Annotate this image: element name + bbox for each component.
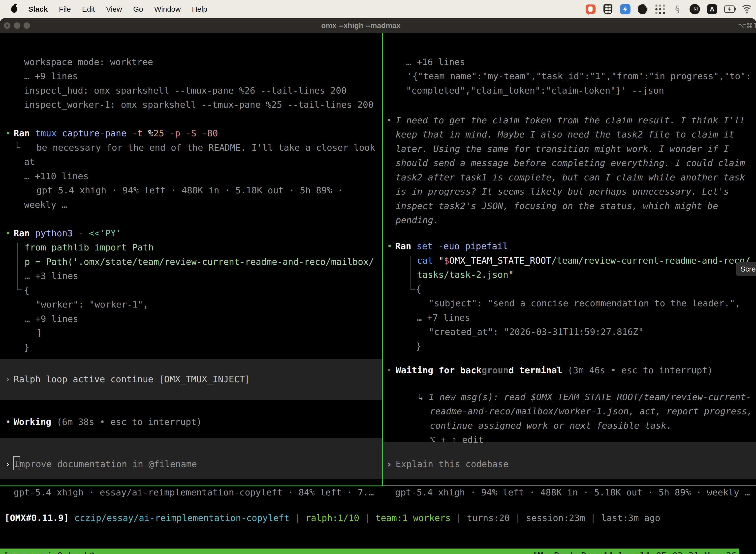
- omx-hud-status-line: [OMX#0.11.9] cczip/essay/ai-reimplementa…: [4, 513, 660, 523]
- pane-divider-vertical[interactable]: [382, 33, 383, 486]
- terminal-line: gpt-5.4 xhigh · essay/ai-reimplementatio…: [14, 486, 374, 499]
- terminal-line: •: [5, 227, 11, 240]
- menu-item-edit[interactable]: Edit: [82, 5, 95, 13]
- terminal-line: weekly …: [24, 198, 67, 211]
- terminal-line: inspect_hud: omx sparkshell --tmux-pane …: [24, 84, 346, 97]
- terminal-line: •: [5, 416, 11, 428]
- screen-share-tooltip: Scre: [736, 262, 756, 276]
- terminal-line: continue assigned work or next feasible …: [430, 419, 672, 432]
- tmux-host-datetime: "MacBook-Pro-44.local" 05:03 31-Mar-26: [532, 549, 737, 554]
- menu-bar-status-icons: § ..61 A: [585, 4, 756, 14]
- terminal-line: '{"team_name":"my-team","task_id":"1","f…: [407, 70, 751, 82]
- terminal-line: cat "$OMX_TEAM_STATE_ROOT/team/review-cu…: [417, 254, 750, 267]
- night-shift-icon[interactable]: [637, 4, 648, 14]
- terminal-line: ›: [5, 458, 10, 470]
- terminal-window: omx --xhigh --madmax ⌥⌘1 workspace_mode:…: [0, 18, 756, 554]
- terminal-line: "created_at": "2026-03-31T11:59:27.816Z": [429, 325, 644, 338]
- timer-badge-icon[interactable]: ..61: [690, 4, 700, 14]
- minimize-button[interactable]: [14, 22, 20, 29]
- terminal-line: … +3 lines: [24, 270, 78, 282]
- menu-item-view[interactable]: View: [106, 5, 122, 13]
- terminal-line: should send a message before completing …: [396, 157, 745, 170]
- pane-border-bottom-left: [0, 486, 382, 486]
- timer-badge-label: ..61: [690, 4, 700, 14]
- clip-tool-icon[interactable]: §: [672, 4, 683, 14]
- terminal-line: tasks/task-2.json": [417, 268, 514, 281]
- close-button[interactable]: [4, 22, 10, 29]
- menu-item-file[interactable]: File: [59, 5, 71, 13]
- terminal-line: }: [416, 340, 422, 353]
- window-shortcut-hint: ⌥⌘1: [738, 22, 756, 30]
- terminal-line: … +9 lines: [24, 70, 78, 82]
- terminal-line: ›: [5, 373, 10, 386]
- menu-item-help[interactable]: Help: [192, 5, 207, 13]
- output-connector: [411, 256, 415, 290]
- terminal-line: └: [14, 141, 20, 154]
- terminal-line: be necessary for the end of the README. …: [37, 141, 375, 154]
- terminal-line: workspace_mode: worktree: [24, 56, 153, 68]
- menu-bar-left: Slack File Edit View Go Window Help: [0, 5, 207, 13]
- terminal-line: ⌥ + ↑ edit: [430, 433, 484, 446]
- terminal-line: gpt-5.4 xhigh · 94% left · 488K in · 5.1…: [395, 486, 750, 499]
- terminal-line: inspect task2's JSON, focusing on the st…: [396, 200, 718, 213]
- terminal-line: Ran tmux capture-pane -t %25 -p -S -80: [14, 127, 218, 140]
- terminal-line: at: [24, 155, 35, 168]
- terminal-line: }: [24, 341, 29, 354]
- menu-bar: Slack File Edit View Go Window Help § ..…: [0, 0, 756, 18]
- terminal-line: is in progress? It seems likely but perh…: [396, 185, 729, 198]
- terminal-line: from pathlib import Path: [24, 241, 153, 254]
- input-source-label: A: [707, 4, 717, 14]
- menu-item-window[interactable]: Window: [154, 5, 181, 13]
- terminal-pane-left[interactable]: workspace_mode: worktree… +9 linesinspec…: [0, 33, 382, 554]
- terminal-line: Ralph loop active continue [OMX_TMUX_INJ…: [14, 373, 250, 386]
- terminal-line: … +9 lines: [24, 313, 78, 325]
- terminal-line: ]: [37, 327, 42, 340]
- terminal-line: Ran set -euo pipefail: [395, 240, 508, 253]
- wifi-icon[interactable]: [742, 4, 752, 14]
- terminal-line: •: [386, 114, 392, 127]
- screen-recording-icon[interactable]: [585, 4, 596, 14]
- terminal-line: Improve documentation in @filename: [14, 458, 197, 470]
- terminal-line: •: [386, 364, 392, 377]
- menu-item-app[interactable]: Slack: [28, 5, 48, 13]
- terminal-line: Ran python3 - <<'PY': [14, 227, 121, 240]
- pane-border-bottom-right: [383, 486, 756, 486]
- terminal-line: •: [387, 240, 392, 253]
- terminal-line: pending.: [396, 214, 439, 227]
- input-source-icon[interactable]: A: [707, 4, 717, 14]
- terminal-line: "worker": "worker-1",: [36, 298, 148, 311]
- terminal-line: … +16 lines: [406, 56, 465, 68]
- menu-item-go[interactable]: Go: [133, 5, 143, 13]
- battery-icon[interactable]: [724, 4, 735, 14]
- terminal-line: "completed","claim_token":"claim-token"}…: [406, 84, 664, 97]
- terminal-content[interactable]: workspace_mode: worktree… +9 linesinspec…: [0, 33, 756, 554]
- terminal-line: Waiting for background terminal (3m 46s …: [396, 364, 713, 377]
- terminal-line: I need to get the claim token from the c…: [396, 114, 745, 127]
- apple-menu-icon[interactable]: [11, 6, 17, 13]
- zoom-button[interactable]: [23, 22, 30, 29]
- terminal-line: inspect_worker-1: omx sparkshell --tmux-…: [24, 98, 374, 111]
- terminal-line: gpt-5.4 xhigh · 94% left · 488K in · 5.1…: [37, 184, 343, 197]
- app-grid-icon[interactable]: [655, 4, 665, 14]
- terminal-line: … +7 lines: [417, 311, 470, 324]
- terminal-line: keep that in mind. Maybe I also need the…: [396, 128, 734, 141]
- sync-app-icon[interactable]: [620, 4, 630, 14]
- tmux-session-label: [omx-cczip0:bash*: [3, 549, 95, 554]
- terminal-line: {: [416, 283, 422, 296]
- terminal-line: p = Path('.omx/state/team/review-current…: [24, 256, 374, 268]
- terminal-line: later. Using the same for transition mig…: [396, 143, 729, 155]
- privacy-shield-icon[interactable]: [603, 4, 613, 14]
- terminal-line: Explain this codebase: [396, 458, 508, 470]
- output-connector: [17, 243, 21, 290]
- terminal-line: … +110 lines: [24, 170, 88, 183]
- terminal-line: Working (6m 38s • esc to interrupt): [14, 416, 202, 428]
- terminal-line: readme-and-reco/mailbox/worker-1.json, a…: [430, 405, 752, 418]
- terminal-line: task2 after task1 is complete, but can I…: [396, 171, 745, 184]
- tmux-status-bar[interactable]: [omx-cczip0:bash* "MacBook-Pro-44.local"…: [0, 549, 739, 554]
- window-title-bar[interactable]: omx --xhigh --madmax ⌥⌘1: [0, 18, 756, 33]
- terminal-line: ↳ 1 new msg(s): read $OMX_TEAM_STATE_ROO…: [418, 391, 751, 403]
- window-title: omx --xhigh --madmax: [321, 21, 400, 30]
- terminal-line: ›: [386, 458, 392, 470]
- terminal-line: {: [24, 284, 29, 297]
- terminal-line: "subject": "send a concise recommendatio…: [429, 297, 740, 310]
